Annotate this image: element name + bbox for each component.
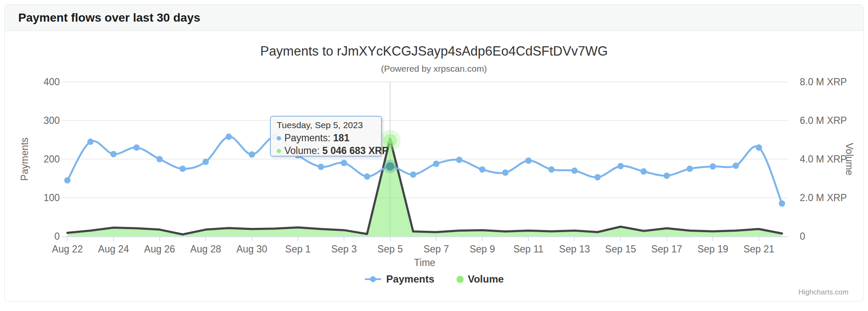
chart-context-menu-button[interactable]	[832, 46, 851, 64]
payments-marker[interactable]	[502, 169, 509, 176]
y-right-axis-title: Volume	[844, 143, 855, 176]
payments-marker[interactable]	[687, 165, 693, 172]
tooltip-payments-label: Payments:	[284, 132, 333, 143]
x-axis-tick-label: Aug 30	[236, 244, 267, 255]
y-right-tick-label: 8.0 M XRP	[800, 76, 847, 87]
legend-volume-label: Volume	[468, 273, 504, 285]
payments-marker[interactable]	[364, 173, 370, 179]
payments-marker[interactable]	[225, 134, 232, 140]
chart-title: Payments to rJmXYcKCGJSayp4sAdp6Eo4CdSFt…	[0, 44, 868, 59]
payments-marker[interactable]	[571, 168, 578, 174]
legend-item-payments[interactable]: Payments	[364, 273, 434, 285]
payments-marker[interactable]	[410, 171, 416, 178]
payments-line	[67, 137, 782, 204]
payments-marker[interactable]	[433, 160, 440, 167]
payments-marker[interactable]	[249, 151, 255, 158]
x-axis-tick-label: Aug 26	[144, 244, 175, 255]
payments-marker[interactable]	[110, 151, 117, 157]
y-right-tick-label: 2.0 M XRP	[800, 192, 847, 203]
y-right-tick-label: 6.0 M XRP	[800, 115, 847, 126]
tooltip-date: Tuesday, Sep 5, 2023	[277, 120, 375, 130]
payments-marker[interactable]	[664, 173, 670, 179]
chart-subtitle: (Powered by xrpscan.com)	[0, 64, 868, 74]
legend-item-volume[interactable]: Volume	[456, 273, 504, 285]
payments-marker[interactable]	[640, 168, 647, 175]
payments-marker[interactable]	[134, 144, 140, 151]
payments-marker[interactable]	[318, 164, 324, 170]
payments-series-icon	[364, 275, 382, 284]
y-left-tick-label: 400	[44, 76, 60, 87]
y-left-tick-label: 100	[44, 192, 60, 203]
x-axis-tick-label: Sep 3	[331, 244, 357, 255]
payments-marker[interactable]	[733, 163, 739, 169]
payments-marker[interactable]	[179, 165, 186, 172]
payments-marker[interactable]	[756, 144, 762, 151]
payments-hover-marker[interactable]	[386, 162, 394, 171]
payments-marker[interactable]	[87, 139, 94, 145]
payments-marker[interactable]	[456, 157, 462, 163]
payments-marker[interactable]	[203, 159, 209, 165]
tooltip-volume-label: Volume:	[284, 145, 323, 156]
tooltip-volume-row: Volume: 5 046 683 XRP	[277, 144, 375, 157]
y-left-tick-label: 0	[54, 231, 60, 242]
payments-marker[interactable]	[64, 177, 71, 184]
payments-bullet-icon	[277, 136, 281, 140]
y-left-tick-label: 300	[44, 115, 60, 126]
y-right-tick-label: 0	[800, 231, 805, 242]
y-right-tick-label: 4.0 M XRP	[800, 154, 847, 165]
chart-tooltip: Tuesday, Sep 5, 2023 Payments: 181 Volum…	[270, 116, 382, 157]
x-axis-tick-label: Aug 28	[190, 244, 221, 255]
x-axis-tick-label: Sep 19	[697, 244, 728, 255]
x-axis-tick-label: Sep 13	[559, 244, 590, 255]
x-axis-title: Time	[414, 257, 435, 268]
x-axis-tick-label: Sep 17	[651, 244, 682, 255]
chart-legend: Payments Volume	[0, 273, 868, 285]
x-axis-tick-label: Aug 24	[98, 244, 129, 255]
volume-line	[67, 139, 782, 234]
payments-marker[interactable]	[341, 160, 347, 166]
y-left-tick-label: 200	[44, 154, 60, 165]
payments-marker[interactable]	[709, 163, 716, 170]
legend-payments-label: Payments	[386, 273, 434, 285]
highcharts-credit[interactable]: Highcharts.com	[798, 288, 849, 297]
y-left-axis-title: Payments	[19, 137, 30, 181]
x-axis-tick-label: Sep 1	[285, 244, 311, 255]
x-axis-tick-label: Sep 15	[605, 244, 636, 255]
volume-bullet-icon	[277, 149, 281, 153]
payments-marker[interactable]	[594, 174, 601, 180]
volume-area	[67, 139, 782, 236]
x-axis-tick-label: Sep 9	[470, 244, 495, 255]
volume-series-icon	[456, 276, 464, 283]
x-axis-tick-label: Sep 5	[377, 244, 403, 255]
x-axis-tick-label: Sep 21	[743, 244, 774, 255]
payments-marker[interactable]	[618, 163, 624, 169]
x-axis-tick-label: Sep 11	[513, 244, 543, 255]
tooltip-payments-row: Payments: 181	[277, 132, 375, 144]
payments-marker[interactable]	[156, 156, 163, 163]
x-axis-tick-label: Aug 22	[52, 244, 83, 255]
payments-marker[interactable]	[479, 166, 485, 173]
x-axis-tick-label: Sep 7	[423, 244, 449, 255]
tooltip-volume-value: 5 046 683 XRP	[323, 145, 389, 156]
tooltip-payments-value: 181	[333, 132, 349, 143]
payments-marker[interactable]	[525, 157, 531, 164]
payments-marker[interactable]	[548, 166, 555, 173]
payments-marker[interactable]	[779, 200, 785, 207]
